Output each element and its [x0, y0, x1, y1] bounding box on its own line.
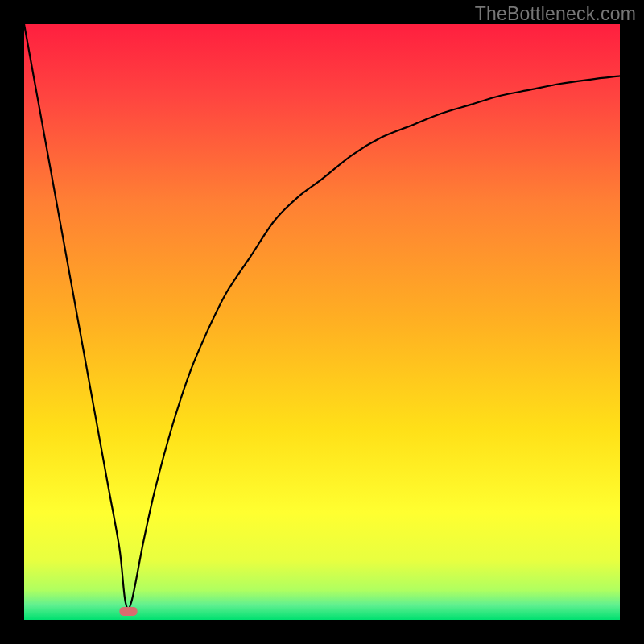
chart-frame: TheBottleneck.com: [0, 0, 644, 644]
gradient-background: [24, 24, 620, 620]
chart-svg: [24, 24, 620, 620]
plot-area: [24, 24, 620, 620]
optimum-marker: [119, 607, 137, 616]
watermark-text: TheBottleneck.com: [475, 3, 636, 25]
